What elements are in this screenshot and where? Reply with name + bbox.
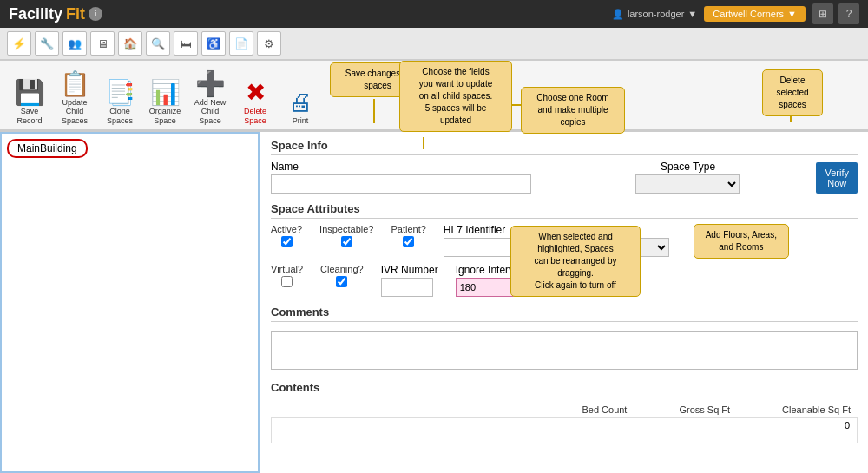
add-new-child-icon: ➕	[195, 69, 226, 98]
print-btn[interactable]: 🖨 Print	[278, 88, 323, 126]
monitor-tool[interactable]: 🖥	[90, 31, 115, 56]
delete-selected-callout: Deleteselectedspaces	[762, 69, 823, 116]
grid-icon-btn[interactable]: ⊞	[812, 3, 833, 24]
user-icon: 👤	[612, 9, 624, 20]
app-header: FacilityFit i 👤 larson-rodger ▼ Cartwell…	[0, 0, 868, 28]
inspectable-checkbox[interactable]	[341, 236, 352, 247]
contents-body: 0	[271, 417, 858, 443]
organize-space-btn[interactable]: 📊 OrganizeSpace	[142, 78, 187, 126]
update-child-arrow	[423, 137, 424, 149]
main-building-label: MainBuilding	[17, 142, 77, 154]
contents-header: Bed Count Gross Sq Ft Cleanable Sq Ft	[271, 403, 858, 417]
save-arrow	[373, 99, 375, 123]
space-info-title: Space Info	[271, 139, 858, 155]
virtual-checkbox[interactable]	[281, 276, 293, 287]
space-type-select[interactable]	[635, 174, 740, 194]
gross-sq-ft-col-label: Gross Sq Ft	[679, 404, 730, 415]
location-label: Cartwell Corners	[713, 9, 784, 19]
help-icon-btn[interactable]: ?	[838, 3, 859, 24]
virtual-field: Virtual?	[271, 264, 303, 287]
add-new-child-space-btn[interactable]: ➕ Add NewChildSpace	[187, 69, 233, 126]
clone-callout: Choose one Roomand make multiplecopies	[521, 87, 625, 134]
save-record-icon: 💾	[15, 78, 45, 107]
gear-tool[interactable]: ⚙	[257, 31, 281, 56]
space-info-section: Space Info Name Space Type VerifyNow	[271, 139, 858, 194]
header-icons: ⊞ ?	[812, 3, 859, 24]
verify-now-btn[interactable]: VerifyNow	[816, 162, 858, 194]
update-child-spaces-btn[interactable]: 📋 UpdateChildSpaces	[52, 69, 97, 126]
update-child-callout: Choose the fieldsyou want to updateon al…	[399, 61, 512, 132]
name-label: Name	[271, 161, 670, 173]
space-type-label: Space Type	[661, 161, 715, 173]
location-dropdown[interactable]: Cartwell Corners ▼	[704, 6, 806, 22]
cleaning-label: Cleaning?	[320, 264, 364, 274]
app-logo: FacilityFit i	[9, 5, 102, 23]
name-input[interactable]	[271, 174, 531, 194]
save-record-btn[interactable]: 💾 SaveRecord	[7, 78, 52, 126]
header-right: 👤 larson-rodger ▼ Cartwell Corners ▼ ⊞ ?	[612, 3, 859, 24]
clone-spaces-label: CloneSpaces	[107, 107, 133, 126]
cleanable-sq-ft-col-label: Cleanable Sq Ft	[782, 404, 851, 415]
patient-checkbox[interactable]	[403, 236, 414, 247]
update-child-icon: 📋	[60, 69, 90, 98]
search-tool[interactable]: 🔍	[146, 31, 170, 56]
patient-label: Patient?	[391, 224, 425, 234]
bed-tool[interactable]: 🛏	[174, 31, 198, 56]
clone-spaces-btn[interactable]: 📑 CloneSpaces	[97, 78, 142, 126]
ivr-label: IVR Number	[381, 264, 438, 276]
people-tool[interactable]: 👥	[62, 31, 87, 56]
active-checkbox[interactable]	[281, 236, 293, 247]
inspectable-label: Inspectable?	[319, 224, 373, 234]
patient-field: Patient?	[391, 224, 425, 247]
user-badge: 👤 larson-rodger ▼	[612, 9, 697, 20]
organize-drag-callout: When selected andhighlighted, Spacescan …	[510, 226, 641, 297]
home-tool[interactable]: 🏠	[118, 31, 142, 56]
virtual-label: Virtual?	[271, 264, 303, 274]
delete-space-label: DeleteSpace	[244, 107, 266, 126]
organize-space-icon: 📊	[150, 78, 181, 107]
delete-space-btn[interactable]: ✖ DeleteSpace	[233, 78, 278, 126]
active-label: Active?	[271, 224, 302, 234]
contents-section: Contents Bed Count Gross Sq Ft Cleanable…	[271, 381, 858, 443]
bed-count-col-label: Bed Count	[582, 404, 627, 415]
comments-section: Comments	[271, 305, 858, 372]
cleaning-field: Cleaning?	[320, 264, 364, 287]
space-attrs-title: Space Attributes	[271, 202, 858, 219]
print-label: Print	[293, 116, 309, 126]
contents-title: Contents	[271, 381, 858, 397]
main-toolbar: ⚡ 🔧 👥 🖥 🏠 🔍 🛏 ♿ 📄 ⚙	[0, 28, 868, 61]
delete-space-icon: ✖	[246, 78, 266, 107]
ivr-input[interactable]	[381, 278, 433, 297]
wheelchair-tool[interactable]: ♿	[201, 31, 226, 56]
print-icon: 🖨	[288, 88, 312, 116]
document-tool[interactable]: 📄	[229, 31, 253, 56]
lightning-tool[interactable]: ⚡	[7, 31, 31, 56]
main-building-node[interactable]: MainBuilding	[7, 139, 88, 158]
clone-spaces-icon: 📑	[105, 78, 135, 107]
logo-facility: Facility	[9, 5, 62, 23]
bed-count-value: 0	[845, 420, 850, 441]
add-floors-callout: Add Floors, Areas,and Rooms	[694, 224, 789, 259]
cleaning-checkbox[interactable]	[336, 276, 347, 287]
organize-space-label: OrganizeSpace	[149, 107, 181, 126]
comments-textarea[interactable]	[271, 331, 858, 370]
logo-fit: Fit	[66, 5, 85, 23]
active-field: Active?	[271, 224, 302, 247]
comments-title: Comments	[271, 305, 858, 322]
ignore-interval-input[interactable]	[456, 278, 516, 297]
inspectable-field: Inspectable?	[319, 224, 373, 247]
add-new-child-label: Add NewChildSpace	[194, 98, 227, 126]
location-arrow: ▼	[787, 9, 797, 19]
left-panel-border	[0, 132, 260, 473]
wrench-tool[interactable]: 🔧	[35, 31, 59, 56]
update-child-label: UpdateChildSpaces	[62, 98, 88, 126]
save-record-label: SaveRecord	[16, 107, 42, 126]
logo-info-icon[interactable]: i	[89, 7, 102, 21]
username-label: larson-rodger	[628, 9, 684, 19]
ivr-field: IVR Number	[381, 264, 438, 297]
user-dropdown-arrow: ▼	[687, 9, 697, 19]
